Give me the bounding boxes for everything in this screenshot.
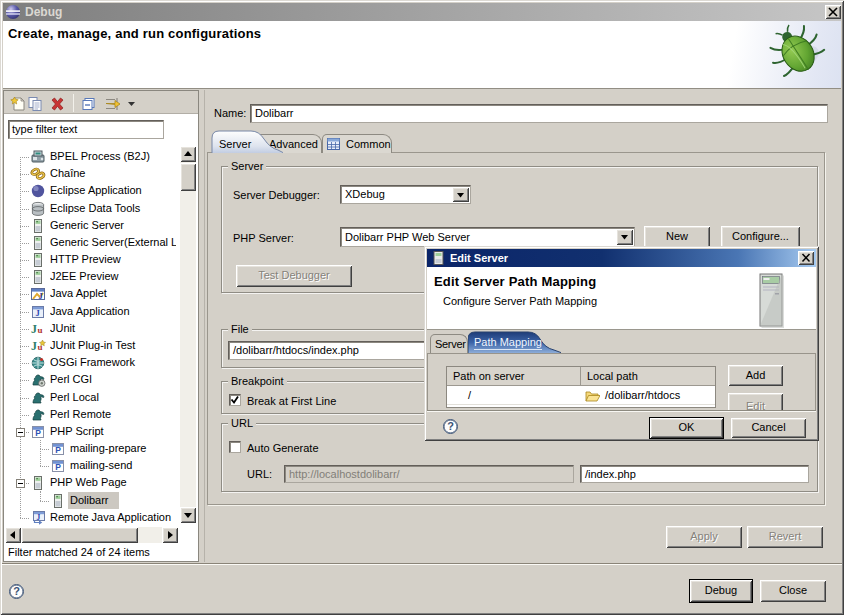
svg-text:P: P — [55, 445, 61, 455]
svg-text:u: u — [38, 325, 43, 335]
svg-text:J: J — [37, 513, 41, 522]
svg-text:J: J — [31, 322, 37, 336]
svg-text:P: P — [55, 462, 61, 472]
svg-text:J: J — [39, 291, 44, 301]
svg-text:J: J — [31, 339, 37, 353]
svg-text:P: P — [35, 428, 41, 438]
